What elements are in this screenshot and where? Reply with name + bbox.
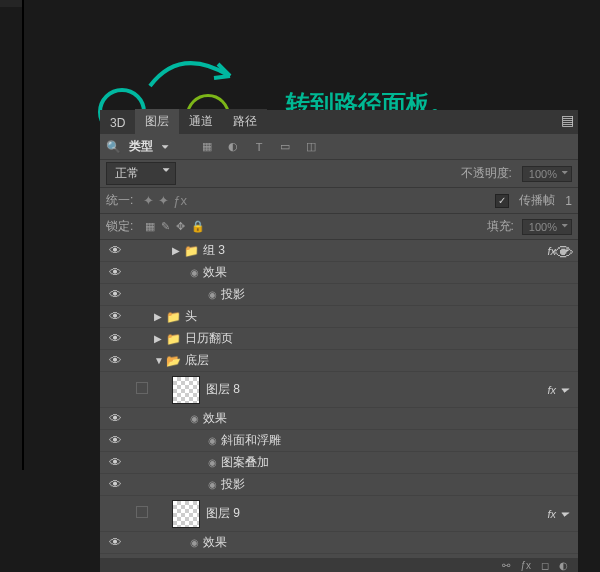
eye-icon[interactable]: 👁: [100, 535, 130, 550]
fill-value[interactable]: 100%: [522, 219, 572, 235]
layer-row[interactable]: 图层 9fx ⏷: [100, 496, 578, 532]
eye-icon[interactable]: 👁: [100, 411, 130, 426]
layer-name[interactable]: 组 3: [203, 242, 225, 259]
filter-adjust-icon[interactable]: ◐: [224, 138, 242, 156]
unify-visibility-icon[interactable]: ✦: [158, 193, 169, 208]
effect-bullet-icon: ◉: [208, 479, 217, 490]
tab-channels[interactable]: 通道: [179, 109, 223, 134]
blend-mode-dropdown[interactable]: 正常: [106, 162, 176, 185]
layer-thumbnail[interactable]: [172, 376, 200, 404]
panel-bottom-bar: ⚯ ƒx ◻ ◐: [100, 558, 578, 572]
layers-panel: ▤ 3D 图层 通道 路径 🔍 类型 ⏷ ▦ ◐ T ▭ ◫ 正常 不透明度: …: [100, 110, 578, 572]
layer-name[interactable]: 头: [185, 308, 197, 325]
eye-icon[interactable]: 👁: [100, 243, 130, 258]
layer-name[interactable]: 图层 8: [206, 381, 240, 398]
layer-name[interactable]: 投影: [221, 476, 245, 493]
layer-name[interactable]: 效果: [203, 264, 227, 281]
filter-kind-label[interactable]: 类型: [129, 138, 153, 155]
layer-row[interactable]: 👁◉斜面和浮雕: [100, 430, 578, 452]
eye-icon[interactable]: 👁: [100, 309, 130, 324]
eye-icon[interactable]: 👁: [100, 477, 130, 492]
layer-name[interactable]: 效果: [203, 410, 227, 427]
folder-icon: 📂: [166, 354, 181, 368]
link-icon[interactable]: ⚯: [502, 560, 510, 571]
effect-bullet-icon: ◉: [190, 413, 199, 424]
effect-bullet-icon: ◉: [190, 267, 199, 278]
mask-icon[interactable]: ◻: [541, 560, 549, 571]
filter-shape-icon[interactable]: ▭: [276, 138, 294, 156]
fx-badge[interactable]: fx ⏷: [547, 384, 570, 396]
tab-paths[interactable]: 路径: [223, 109, 267, 134]
propagate-checkbox[interactable]: ✓: [495, 194, 509, 208]
layer-row[interactable]: 👁▼📂底层: [100, 350, 578, 372]
layer-row[interactable]: 👁▶📁头: [100, 306, 578, 328]
tab-3d[interactable]: 3D: [100, 112, 135, 134]
opacity-value[interactable]: 100%: [522, 166, 572, 182]
filter-type-icon[interactable]: T: [250, 138, 268, 156]
effect-bullet-icon: ◉: [190, 537, 199, 548]
layer-checkbox[interactable]: [130, 382, 154, 397]
layer-row[interactable]: 图层 8fx ⏷: [100, 372, 578, 408]
layer-row[interactable]: 👁◉效果: [100, 262, 578, 284]
layer-checkbox[interactable]: [130, 506, 154, 521]
folder-icon: 📁: [166, 310, 181, 324]
eye-icon[interactable]: 👁: [100, 433, 130, 448]
expand-arrow-icon[interactable]: ▼: [154, 355, 166, 366]
search-icon[interactable]: 🔍: [106, 140, 121, 154]
filter-pixel-icon[interactable]: ▦: [198, 138, 216, 156]
folder-icon: 📁: [166, 332, 181, 346]
propagate-label: 传播帧: [519, 192, 555, 209]
effect-bullet-icon: ◉: [208, 435, 217, 446]
layer-name[interactable]: 效果: [203, 534, 227, 551]
annotation-arrow: [140, 36, 260, 106]
layer-name[interactable]: 图案叠加: [221, 454, 269, 471]
panel-menu-icon[interactable]: ▤: [561, 112, 574, 128]
layer-name[interactable]: 日历翻页: [185, 330, 233, 347]
lock-position-icon[interactable]: ✥: [176, 220, 185, 233]
unify-style-icon[interactable]: ƒx: [173, 193, 187, 208]
layer-row[interactable]: 👁◉图案叠加: [100, 452, 578, 474]
expand-arrow-icon[interactable]: ▶: [154, 333, 166, 344]
filter-smart-icon[interactable]: ◫: [302, 138, 320, 156]
eye-icon[interactable]: 👁: [100, 287, 130, 302]
layer-name[interactable]: 投影: [221, 286, 245, 303]
propagate-value: 1: [565, 194, 572, 208]
opacity-label: 不透明度:: [461, 165, 512, 182]
eye-icon[interactable]: 👁: [100, 353, 130, 368]
layer-name[interactable]: 图层 9: [206, 505, 240, 522]
layer-name[interactable]: 斜面和浮雕: [221, 432, 281, 449]
fx-badge[interactable]: fx ⏷: [547, 508, 570, 520]
effect-bullet-icon: ◉: [208, 289, 217, 300]
layers-list: 👁▶📁组 3fx ⏷👁◉效果👁◉投影👁▶📁头👁▶📁日历翻页👁▼📂底层图层 8fx…: [100, 240, 578, 572]
chevron-down-icon[interactable]: ⏷: [161, 142, 170, 152]
effect-bullet-icon: ◉: [208, 457, 217, 468]
layer-row[interactable]: 👁▶📁日历翻页: [100, 328, 578, 350]
eye-icon[interactable]: 👁: [100, 331, 130, 346]
unify-label: 统一:: [106, 192, 133, 209]
eye-icon[interactable]: 👁: [100, 455, 130, 470]
lock-all-icon[interactable]: 🔒: [191, 220, 205, 233]
layer-thumbnail[interactable]: [172, 500, 200, 528]
lock-transparent-icon[interactable]: ▦: [145, 220, 155, 233]
layer-row[interactable]: 👁▶📁组 3fx ⏷: [100, 240, 578, 262]
unify-position-icon[interactable]: ✦: [143, 193, 154, 208]
layer-row[interactable]: 👁◉投影: [100, 474, 578, 496]
panel-tabs: 3D 图层 通道 路径: [100, 110, 578, 134]
folder-icon: 📁: [184, 244, 199, 258]
layer-row[interactable]: 👁◉投影: [100, 284, 578, 306]
fx-icon[interactable]: ƒx: [520, 560, 531, 571]
expand-arrow-icon[interactable]: ▶: [154, 311, 166, 322]
expand-arrow-icon[interactable]: ▶: [172, 245, 184, 256]
fill-label: 填充:: [487, 218, 514, 235]
layer-row[interactable]: 👁◉效果: [100, 532, 578, 554]
visibility-toggle-icon[interactable]: 👁: [554, 242, 574, 265]
lock-image-icon[interactable]: ✎: [161, 220, 170, 233]
lock-label: 锁定:: [106, 218, 133, 235]
eye-icon[interactable]: 👁: [100, 265, 130, 280]
layer-name[interactable]: 底层: [185, 352, 209, 369]
adjustment-icon[interactable]: ◐: [559, 560, 568, 571]
layer-row[interactable]: 👁◉效果: [100, 408, 578, 430]
tab-layers[interactable]: 图层: [135, 109, 179, 134]
